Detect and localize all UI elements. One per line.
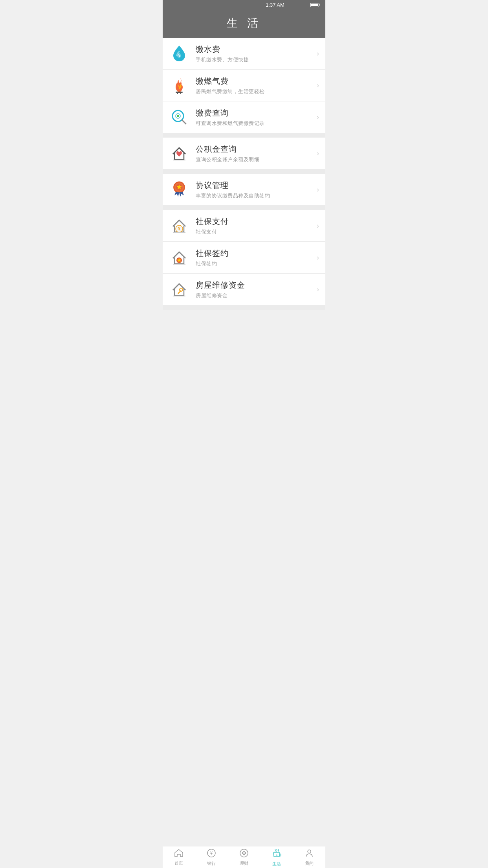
svg-line-8 (182, 120, 186, 124)
water-fee-content: 缴水费 手机缴水费、方便快捷 (196, 44, 314, 63)
divider-3 (163, 205, 325, 210)
divider-bottom (163, 305, 325, 310)
divider-1 (163, 133, 325, 138)
provident-fund-desc: 查询公积金账户余额及明细 (196, 156, 314, 163)
status-bar: 1:37 AM (163, 0, 325, 9)
water-icon (169, 43, 189, 64)
social-sign-item[interactable]: 社保签约 社保签约 › (163, 242, 325, 274)
agreement-desc: 丰富的协议缴费品种及自助签约 (196, 192, 314, 199)
utilities-section: 缴水费 手机缴水费、方便快捷 › 缴燃气费 居民燃气费缴纳，生活更轻松 › (163, 38, 325, 133)
fee-query-item[interactable]: 缴费查询 可查询水费和燃气费缴费记录 › (163, 101, 325, 133)
provident-fund-content: 公积金查询 查询公积金账户余额及明细 (196, 144, 314, 163)
provident-fund-item[interactable]: 公积金查询 查询公积金账户余额及明细 › (163, 138, 325, 169)
battery-indicator (310, 3, 319, 7)
provident-fund-title: 公积金查询 (196, 144, 314, 154)
content-area: 缴水费 手机缴水费、方便快捷 › 缴燃气费 居民燃气费缴纳，生活更轻松 › (163, 38, 325, 332)
social-sign-title: 社保签约 (196, 248, 314, 259)
water-fee-arrow: › (317, 50, 319, 58)
gas-fee-title: 缴燃气费 (196, 76, 314, 86)
gas-icon (169, 75, 189, 96)
social-pay-desc: 社保支付 (196, 228, 314, 235)
social-sign-desc: 社保签约 (196, 260, 314, 267)
house-repair-title: 房屋维修资金 (196, 280, 314, 291)
house-repair-item[interactable]: 房屋维修资金 房屋维修资金 › (163, 274, 325, 305)
social-sign-arrow: › (317, 254, 319, 262)
status-time: 1:37 AM (240, 2, 310, 8)
fee-query-title: 缴费查询 (196, 108, 314, 118)
agreement-content: 协议管理 丰富的协议缴费品种及自助签约 (196, 180, 314, 199)
social-pay-content: 社保支付 社保支付 (196, 216, 314, 235)
house-repair-desc: 房屋维修资金 (196, 292, 314, 299)
svg-rect-3 (180, 92, 181, 94)
gas-fee-item[interactable]: 缴燃气费 居民燃气费缴纳，生活更轻松 › (163, 70, 325, 101)
social-pay-icon: ¥ ¥ (169, 215, 189, 236)
house-repair-arrow: › (317, 285, 319, 294)
provident-icon (169, 143, 189, 164)
provident-fund-arrow: › (317, 149, 319, 158)
agreement-section: 协议管理 丰富的协议缴费品种及自助签约 › (163, 174, 325, 205)
social-pay-item[interactable]: ¥ ¥ 社保支付 社保支付 › (163, 210, 325, 242)
house-repair-content: 房屋维修资金 房屋维修资金 (196, 280, 314, 299)
svg-point-7 (177, 115, 179, 117)
gas-fee-arrow: › (317, 81, 319, 90)
agreement-arrow: › (317, 186, 319, 194)
divider-2 (163, 169, 325, 174)
fee-query-content: 缴费查询 可查询水费和燃气费缴费记录 (196, 108, 314, 127)
water-fee-desc: 手机缴水费、方便快捷 (196, 56, 314, 63)
gas-fee-desc: 居民燃气费缴纳，生活更轻松 (196, 88, 314, 95)
query-icon (169, 107, 189, 127)
svg-text:¥: ¥ (178, 226, 181, 232)
fee-query-desc: 可查询水费和燃气费缴费记录 (196, 120, 314, 127)
social-section: ¥ ¥ 社保支付 社保支付 › (163, 210, 325, 305)
agreement-icon (169, 179, 189, 200)
agreement-title: 协议管理 (196, 180, 314, 191)
page-title: 生 活 (227, 17, 261, 29)
social-sign-icon (169, 247, 189, 268)
water-fee-item[interactable]: 缴水费 手机缴水费、方便快捷 › (163, 38, 325, 70)
provident-section: 公积金查询 查询公积金账户余额及明细 › (163, 138, 325, 169)
svg-rect-2 (177, 92, 178, 94)
house-repair-icon (169, 279, 189, 300)
social-pay-arrow: › (317, 222, 319, 230)
water-fee-title: 缴水费 (196, 44, 314, 55)
gas-fee-content: 缴燃气费 居民燃气费缴纳，生活更轻松 (196, 76, 314, 95)
svg-rect-1 (176, 92, 183, 93)
social-pay-title: 社保支付 (196, 216, 314, 227)
social-sign-content: 社保签约 社保签约 (196, 248, 314, 267)
page-header: 生 活 (163, 9, 325, 38)
fee-query-arrow: › (317, 113, 319, 121)
agreement-item[interactable]: 协议管理 丰富的协议缴费品种及自助签约 › (163, 174, 325, 205)
